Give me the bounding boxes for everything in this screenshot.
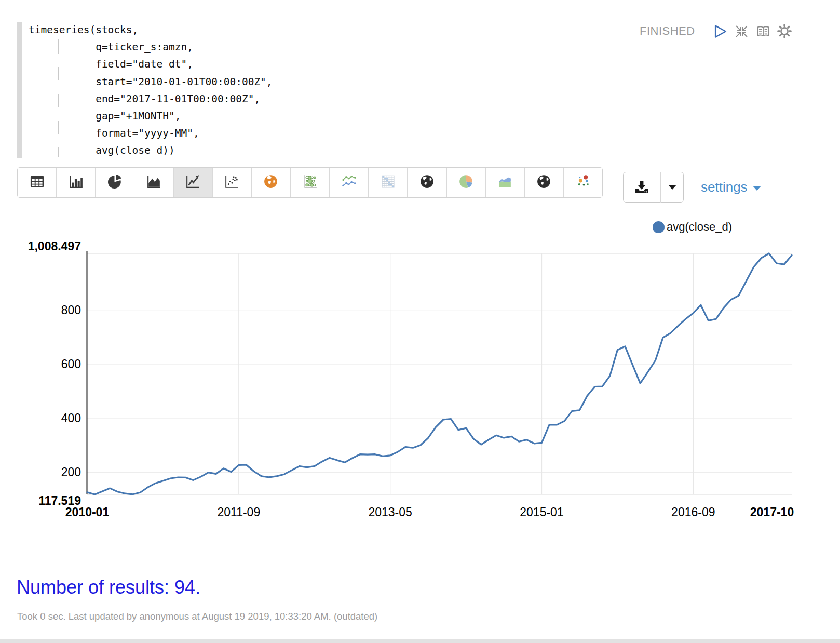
settings-label: settings — [701, 179, 748, 195]
download-icon — [633, 179, 651, 196]
leaflet-map-icon — [262, 173, 279, 192]
chart-type-button-table[interactable] — [18, 168, 57, 197]
code-editor[interactable]: timeseries(stocks, q=ticker_s:amzn, fiel… — [29, 21, 273, 159]
x-axis-label: 2017-10 — [750, 505, 794, 519]
bar-chart-icon — [67, 173, 85, 192]
heatmap-icon — [380, 173, 397, 192]
legend-color-dot — [653, 221, 665, 233]
legend-label: avg(close_d) — [667, 220, 732, 234]
chart-type-button-area-chart[interactable] — [134, 168, 173, 197]
gear-settings-icon[interactable] — [777, 24, 792, 38]
download-button[interactable] — [623, 172, 660, 203]
scatter-chart-icon — [223, 173, 240, 192]
paragraph-status: FINISHED — [640, 24, 695, 38]
line-chart-icon — [184, 173, 201, 192]
download-button-group — [623, 172, 684, 203]
globe-map-icon — [418, 173, 436, 192]
multi-line-chart-icon — [341, 173, 358, 192]
x-axis-label: 2013-05 — [368, 505, 412, 519]
chart-type-button-line-chart[interactable] — [174, 168, 213, 197]
editor-gutter — [17, 22, 22, 158]
series-line-avg-close_d[interactable] — [87, 253, 792, 494]
chart-type-button-globe-map[interactable] — [408, 168, 446, 197]
chart-type-button-colored-scatter[interactable] — [564, 168, 602, 197]
bottom-divider — [0, 639, 840, 643]
y-axis-label: 800 — [61, 303, 81, 317]
y-axis-label: 1,008.497 — [28, 239, 81, 253]
chevron-down-icon — [668, 185, 676, 190]
paragraph-statusbar: FINISHED — [640, 23, 792, 39]
table-icon — [29, 173, 46, 192]
chart-type-toolbar — [17, 167, 603, 198]
y-axis-label: 200 — [61, 465, 81, 479]
chart-type-button-bubble-grid[interactable] — [291, 168, 330, 197]
shrink-paragraph-icon[interactable] — [735, 24, 749, 38]
colored-area-chart-icon — [496, 173, 513, 192]
report-book-icon[interactable] — [756, 24, 770, 38]
y-axis-label: 600 — [61, 357, 81, 371]
area-chart-icon — [145, 173, 162, 192]
chart-type-button-bar-chart[interactable] — [57, 168, 96, 197]
x-axis-label: 2010-01 — [65, 505, 110, 519]
chart-type-button-colored-area-chart[interactable] — [486, 168, 525, 197]
chart-type-button-multi-line-chart[interactable] — [330, 168, 369, 197]
paragraph-footer-status: Took 0 sec. Last updated by anonymous at… — [17, 611, 377, 622]
chart-type-button-colored-pie-chart[interactable] — [447, 168, 486, 197]
globe-map-2-icon — [535, 173, 552, 192]
pie-chart-icon — [106, 173, 124, 192]
colored-pie-chart-icon — [457, 173, 475, 192]
chart-type-button-globe-map-2[interactable] — [525, 168, 564, 197]
y-axis-label: 117.519 — [38, 494, 81, 507]
results-count: Number of results: 94. — [17, 577, 200, 598]
chart-type-button-pie-chart[interactable] — [96, 168, 134, 197]
chevron-down-icon — [753, 186, 761, 191]
chart-type-button-leaflet-map[interactable] — [252, 168, 291, 197]
chart-type-button-scatter-chart[interactable] — [213, 168, 252, 197]
x-axis-label: 2015-01 — [520, 505, 563, 519]
settings-toggle[interactable]: settings — [701, 175, 761, 199]
x-axis-label: 2016-09 — [671, 505, 715, 519]
download-options-caret[interactable] — [660, 172, 684, 203]
legend-item[interactable]: avg(close_d) — [653, 220, 732, 234]
colored-scatter-icon — [575, 173, 592, 192]
chart-type-button-heatmap[interactable] — [369, 168, 408, 197]
y-axis-label: 400 — [61, 411, 81, 425]
bubble-grid-icon — [302, 173, 319, 192]
run-play-icon[interactable] — [713, 24, 728, 38]
x-axis-label: 2011-09 — [217, 505, 260, 519]
